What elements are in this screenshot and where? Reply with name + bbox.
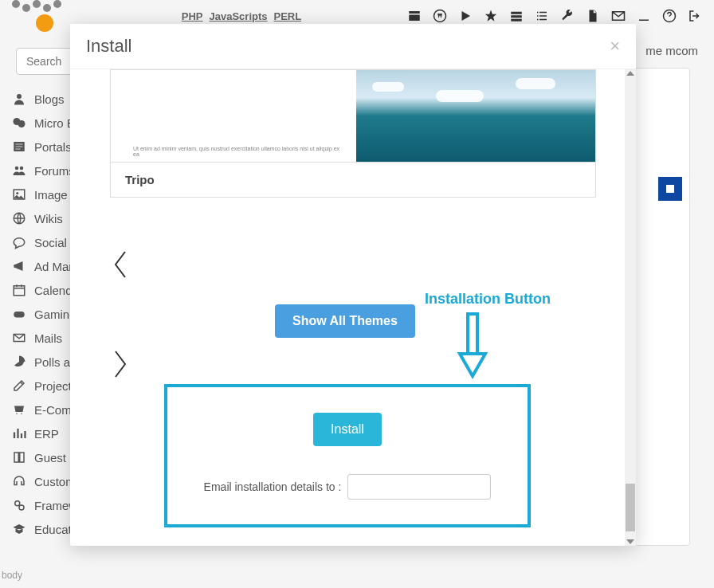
- annotation-label: Installation Button: [425, 291, 551, 308]
- theme-preview-image: [356, 70, 595, 162]
- modal-overlay: Install × Ut enim ad minim veniam, quis …: [0, 0, 714, 588]
- close-icon[interactable]: ×: [610, 36, 620, 57]
- install-box: Install Email installation details to :: [164, 384, 531, 527]
- email-row: Email installation details to :: [204, 474, 492, 500]
- modal-title: Install: [86, 36, 131, 57]
- scrollbar[interactable]: [625, 69, 636, 546]
- email-label: Email installation details to :: [204, 480, 342, 493]
- theme-preview: Ut enim ad minim veniam, quis nostrud ex…: [111, 70, 595, 162]
- theme-card[interactable]: Ut enim ad minim veniam, quis nostrud ex…: [110, 69, 596, 198]
- scroll-thumb[interactable]: [626, 484, 635, 531]
- modal-header: Install ×: [70, 24, 636, 69]
- email-input[interactable]: [347, 474, 491, 500]
- chevron-left-icon[interactable]: [108, 249, 132, 280]
- install-button[interactable]: Install: [313, 413, 382, 446]
- theme-preview-text: Ut enim ad minim veniam, quis nostrud ex…: [111, 70, 356, 162]
- svg-marker-17: [460, 354, 485, 376]
- modal-body: Ut enim ad minim veniam, quis nostrud ex…: [70, 69, 636, 546]
- show-all-themes-button[interactable]: Show All Themes: [275, 304, 415, 338]
- svg-rect-16: [468, 314, 477, 354]
- scroll-down-icon[interactable]: [626, 539, 634, 544]
- chevron-right-icon[interactable]: [108, 348, 132, 380]
- install-modal: Install × Ut enim ad minim veniam, quis …: [70, 24, 636, 546]
- theme-name: Tripo: [111, 162, 595, 197]
- scroll-up-icon[interactable]: [626, 71, 634, 76]
- annotation-arrow-icon: [457, 312, 488, 380]
